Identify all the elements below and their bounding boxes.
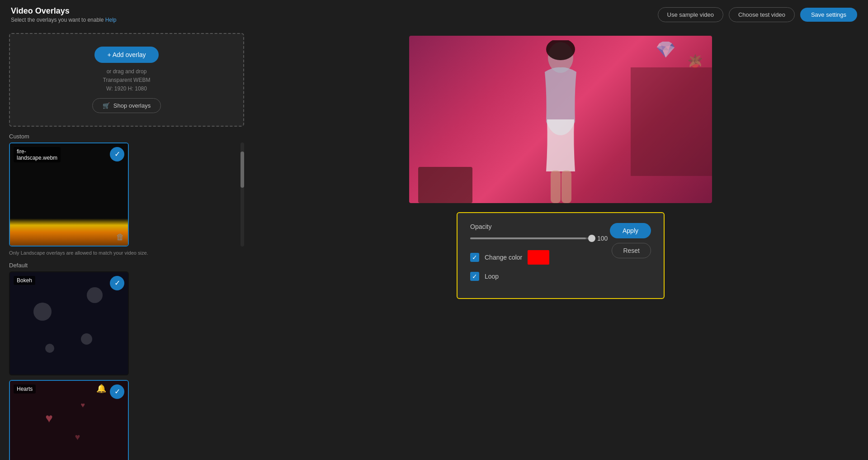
shop-overlays-button[interactable]: 🛒 Shop overlays	[92, 98, 161, 113]
custom-scroll-area: fire-landscape.webm ✓ 🗑	[9, 142, 244, 247]
drop-zone: + Add overlay or drag and drop Transpare…	[9, 33, 244, 127]
use-sample-video-button[interactable]: Use sample video	[658, 7, 723, 22]
opacity-section: Opacity 100	[470, 223, 610, 242]
header-left: Video Overlays Select the overlays you w…	[11, 6, 117, 23]
choose-test-video-button[interactable]: Choose test video	[729, 7, 795, 22]
settings-panel: Opacity 100 ✓ Change color	[457, 212, 665, 299]
overlay-item-fire-landscape[interactable]: fire-landscape.webm ✓ 🗑	[9, 142, 129, 247]
opacity-slider-fill	[470, 237, 586, 239]
default-section: Default Bokeh ✓ ♥ ♥	[9, 262, 244, 460]
woman-figure	[520, 40, 601, 203]
overlay-item-bokeh[interactable]: Bokeh ✓	[9, 271, 129, 375]
svg-rect-2	[551, 171, 561, 203]
landscape-warning: Only Landscape overlays are allowed to m…	[9, 250, 244, 256]
scrollbar-thumb[interactable]	[241, 152, 244, 188]
overlay-label-bokeh: Bokeh	[14, 276, 35, 285]
loop-checkbox[interactable]: ✓	[470, 272, 479, 281]
color-swatch[interactable]	[528, 250, 549, 265]
custom-section: Custom fire-landscape.webm ✓ 🗑	[9, 133, 244, 256]
video-preview: 💎 🪴	[409, 36, 712, 203]
overlay-label-hearts: Hearts	[14, 384, 36, 394]
default-overlay-grid: Bokeh ✓ ♥ ♥ ♥ Hearts 🔔 ✓	[9, 271, 244, 460]
note-icon-hearts: 🔔	[96, 384, 106, 394]
cart-icon: 🛒	[103, 102, 110, 109]
main-content: + Add overlay or drag and drop Transpare…	[0, 28, 868, 460]
header-subtitle: Select the overlays you want to enable H…	[11, 17, 117, 23]
apply-button[interactable]: Apply	[610, 223, 651, 238]
bokeh-preview	[10, 272, 128, 375]
page-title: Video Overlays	[11, 6, 117, 16]
overlay-check-bokeh: ✓	[110, 276, 124, 290]
custom-overlay-list: fire-landscape.webm ✓ 🗑	[9, 142, 239, 247]
opacity-slider-row: 100	[470, 235, 610, 242]
header: Video Overlays Select the overlays you w…	[0, 0, 868, 28]
add-overlay-button[interactable]: + Add overlay	[94, 47, 158, 63]
change-color-checkbox[interactable]: ✓	[470, 253, 479, 262]
custom-overlay-grid: fire-landscape.webm ✓ 🗑	[9, 142, 237, 247]
overlay-label-fire: fire-landscape.webm	[14, 147, 61, 162]
opacity-slider-thumb[interactable]	[588, 235, 595, 242]
settings-right: Apply Reset	[610, 223, 651, 288]
default-section-label: Default	[9, 262, 244, 269]
fire-strip	[10, 218, 128, 246]
save-settings-button[interactable]: Save settings	[800, 8, 857, 22]
opacity-value: 100	[597, 235, 610, 242]
reset-button[interactable]: Reset	[612, 243, 651, 258]
change-color-row: ✓ Change color	[470, 250, 610, 265]
header-actions: Use sample video Choose test video Save …	[658, 7, 857, 22]
video-background: 💎 🪴	[409, 36, 712, 203]
custom-section-label: Custom	[9, 133, 244, 140]
scrollbar-track[interactable]	[241, 142, 244, 247]
drop-hint: or drag and drop Transparent WEBM W: 192…	[103, 67, 151, 94]
help-link[interactable]: Help	[105, 17, 117, 23]
opacity-slider-track[interactable]	[470, 237, 592, 239]
right-panel: 💎 🪴 Opacity	[253, 28, 868, 460]
svg-rect-3	[561, 171, 571, 203]
settings-left: Opacity 100 ✓ Change color	[470, 223, 610, 288]
change-color-label: Change color	[485, 254, 522, 261]
overlay-check-hearts: ✓	[110, 384, 124, 399]
opacity-label: Opacity	[470, 223, 610, 230]
delete-icon-fire[interactable]: 🗑	[116, 232, 124, 242]
overlay-item-hearts[interactable]: ♥ ♥ ♥ Hearts 🔔 ✓	[9, 380, 129, 460]
loop-row: ✓ Loop	[470, 272, 610, 281]
loop-label: Loop	[485, 273, 521, 280]
left-panel: + Add overlay or drag and drop Transpare…	[0, 28, 253, 460]
overlay-check-fire: ✓	[110, 147, 124, 161]
settings-main-row: Opacity 100 ✓ Change color	[470, 223, 651, 288]
